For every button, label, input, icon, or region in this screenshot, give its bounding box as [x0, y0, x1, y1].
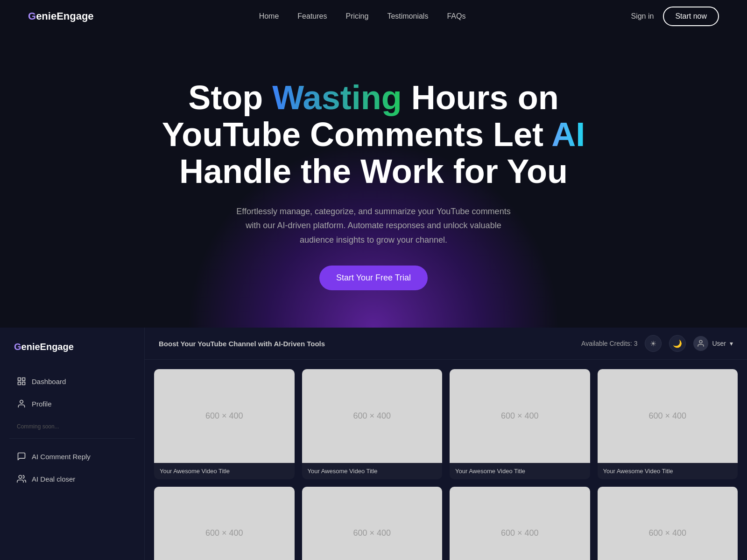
sidebar-logo: GenieEngage [9, 342, 135, 352]
video-card-8[interactable]: 600 × 400 Your Awesome Video Title [598, 487, 738, 560]
hero-section: Stop Wasting Hours on YouTube Comments L… [0, 33, 747, 328]
hero-line1-part2: Hours on [402, 79, 559, 116]
video-title-2: Your Awesome Video Title [302, 463, 443, 479]
svg-rect-0 [18, 378, 21, 381]
svg-point-6 [699, 341, 702, 343]
hero-line1-part1: Stop [188, 79, 272, 116]
video-card-1[interactable]: 600 × 400 Your Awesome Video Title [154, 369, 295, 479]
hero-subtitle: Effortlessly manage, categorize, and sum… [233, 204, 514, 247]
sidebar-item-ai-comment-reply-label: AI Comment Reply [32, 453, 91, 461]
comment-reply-icon [17, 452, 26, 461]
video-card-2[interactable]: 600 × 400 Your Awesome Video Title [302, 369, 443, 479]
video-card-5[interactable]: 600 × 400 Your Awesome Video Title [154, 487, 295, 560]
dashboard-icon [17, 377, 26, 386]
sidebar-item-ai-comment-reply[interactable]: AI Comment Reply [9, 446, 135, 467]
sidebar-item-dashboard[interactable]: Dashboard [9, 371, 135, 392]
video-card-7[interactable]: 600 × 400 Your Awesome Video Title [450, 487, 590, 560]
nav-link-pricing[interactable]: Pricing [345, 12, 368, 21]
hero-cta-button[interactable]: Start Your Free Trial [319, 266, 428, 290]
nav-logo: GenieEngage [28, 10, 94, 22]
available-credits: Available Credits: 3 [581, 340, 637, 347]
dark-theme-button[interactable]: 🌙 [669, 335, 686, 352]
hero-heading: Stop Wasting Hours on YouTube Comments L… [93, 79, 654, 190]
light-theme-button[interactable]: ☀ [645, 335, 662, 352]
svg-rect-2 [22, 382, 25, 385]
svg-point-5 [19, 476, 22, 479]
svg-rect-3 [18, 382, 21, 385]
user-avatar [693, 336, 708, 351]
start-now-button[interactable]: Start now [663, 7, 719, 26]
top-bar-right: Available Credits: 3 ☀ 🌙 User ▾ [581, 335, 733, 352]
video-title-3: Your Awesome Video Title [450, 463, 590, 479]
svg-rect-1 [22, 378, 25, 381]
top-bar: Boost Your YouTube Channel with AI-Drive… [145, 328, 747, 360]
video-title-1: Your Awesome Video Title [154, 463, 295, 479]
video-thumb-2: 600 × 400 [302, 369, 443, 462]
video-thumb-5: 600 × 400 [154, 487, 295, 560]
hero-line2-part1: YouTube Comments Let [162, 116, 552, 153]
svg-point-4 [20, 400, 23, 404]
nav-link-home[interactable]: Home [259, 12, 279, 21]
user-menu-button[interactable]: User ▾ [693, 336, 733, 351]
main-content: Boost Your YouTube Channel with AI-Drive… [145, 328, 747, 560]
video-card-4[interactable]: 600 × 400 Your Awesome Video Title [598, 369, 738, 479]
sidebar-item-ai-deal-closer[interactable]: AI Deal closer [9, 469, 135, 489]
nav-link-testimonials[interactable]: Testimonials [387, 12, 428, 21]
video-thumb-3: 600 × 400 [450, 369, 590, 462]
logo-prefix: G [28, 10, 36, 22]
sidebar-divider [9, 438, 135, 439]
video-thumb-6: 600 × 400 [302, 487, 443, 560]
nav-link-features[interactable]: Features [297, 12, 327, 21]
sidebar: GenieEngage Dashboard Profile Comming so… [0, 328, 145, 560]
hero-line3: Handle the Work for You [179, 153, 568, 190]
video-card-6[interactable]: 600 × 400 Your Awesome Video Title [302, 487, 443, 560]
sidebar-logo-rest: enieEngage [21, 342, 74, 352]
nav-link-faqs[interactable]: FAQs [447, 12, 465, 21]
logo-rest: enieEngage [36, 10, 93, 22]
nav-links: Home Features Pricing Testimonials FAQs [259, 12, 466, 21]
video-thumb-8: 600 × 400 [598, 487, 738, 560]
video-card-3[interactable]: 600 × 400 Your Awesome Video Title [450, 369, 590, 479]
user-chevron-icon: ▾ [730, 340, 733, 347]
video-grid: 600 × 400 Your Awesome Video Title 600 ×… [145, 360, 747, 560]
sidebar-logo-prefix: G [14, 342, 21, 352]
hero-wasting-word: Wasting [272, 79, 402, 116]
sidebar-item-ai-deal-closer-label: AI Deal closer [32, 475, 75, 483]
signin-button[interactable]: Sign in [631, 12, 654, 21]
deal-closer-icon [17, 474, 26, 483]
video-title-4: Your Awesome Video Title [598, 463, 738, 479]
dashboard-section: GenieEngage Dashboard Profile Comming so… [0, 328, 747, 560]
profile-icon [17, 399, 26, 408]
navbar: GenieEngage Home Features Pricing Testim… [0, 0, 747, 33]
video-thumb-1: 600 × 400 [154, 369, 295, 462]
video-thumb-4: 600 × 400 [598, 369, 738, 462]
sidebar-item-profile-label: Profile [32, 400, 52, 408]
video-thumb-7: 600 × 400 [450, 487, 590, 560]
hero-ai-word: AI [551, 116, 585, 153]
user-label: User [712, 340, 726, 347]
nav-actions: Sign in Start now [631, 7, 719, 26]
sidebar-item-dashboard-label: Dashboard [32, 378, 66, 385]
coming-soon-label: Comming soon... [9, 416, 135, 434]
topbar-title: Boost Your YouTube Channel with AI-Drive… [159, 340, 325, 348]
sidebar-item-profile[interactable]: Profile [9, 393, 135, 414]
